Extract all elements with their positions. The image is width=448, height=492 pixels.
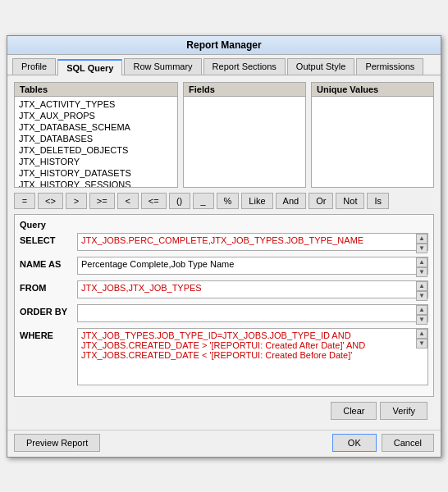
query-field-label: SELECT [20, 233, 77, 245]
tab-sql-query[interactable]: SQL Query [57, 59, 122, 75]
table-item[interactable]: JTX_HISTORY_SESSIONS [16, 179, 176, 187]
query-input-wrap: ▲▼ [77, 328, 428, 388]
content-area: Tables JTX_ACTIVITY_TYPESJTX_AUX_PROPSJT… [7, 75, 441, 430]
scroll-down[interactable]: ▼ [416, 339, 427, 348]
query-rows: SELECT▲▼NAME AS▲▼FROM▲▼ORDER BY▲▼WHERE▲▼ [20, 233, 428, 388]
query-field-label: ORDER BY [20, 304, 77, 317]
scroll-arrows: ▲▼ [416, 234, 427, 253]
operator-button-[interactable]: > [66, 193, 87, 209]
window-title: Report Manager [186, 39, 261, 51]
scroll-arrows: ▲▼ [416, 329, 427, 348]
table-item[interactable]: JTX_HISTORY_DATASETS [16, 167, 176, 179]
tab-bar: Profile SQL Query Row Summary Report Sec… [7, 55, 441, 75]
query-row-name-as: NAME AS▲▼ [20, 257, 428, 277]
operator-button-[interactable]: = [14, 193, 35, 209]
clear-verify-buttons: Clear Verify [331, 402, 427, 420]
unique-panel-title: Unique Values [312, 83, 433, 97]
scroll-down[interactable]: ▼ [416, 315, 427, 325]
scroll-up[interactable]: ▲ [416, 257, 427, 267]
title-bar: Report Manager [7, 36, 441, 55]
cancel-button[interactable]: Cancel [382, 434, 434, 452]
operator-button-[interactable]: >= [89, 193, 115, 209]
operator-button-like[interactable]: Like [241, 193, 272, 209]
table-item[interactable]: JTX_DATABASES [16, 133, 176, 144]
tab-output-style[interactable]: Output Style [287, 58, 355, 75]
query-row-order-by: ORDER BY▲▼ [20, 304, 428, 325]
tables-panel: Tables JTX_ACTIVITY_TYPESJTX_AUX_PROPSJT… [14, 82, 178, 188]
query-section-label: Query [20, 220, 428, 230]
fields-panel-title: Fields [184, 83, 305, 97]
verify-button[interactable]: Verify [380, 402, 427, 420]
table-item[interactable]: JTX_DELETED_OBJECTS [16, 144, 176, 156]
footer-bar: Preview Report OK Cancel [7, 430, 441, 457]
query-input-wrap: ▲▼ [77, 280, 428, 301]
query-input-order-by[interactable] [77, 304, 428, 322]
scroll-up[interactable]: ▲ [416, 234, 427, 244]
operator-button-[interactable]: <> [38, 193, 63, 209]
operators-row: =<>>>=<<=()_%LikeAndOrNotIs [14, 193, 434, 209]
operator-button-or[interactable]: Or [309, 193, 333, 209]
query-row-select: SELECT▲▼ [20, 233, 428, 253]
scroll-arrows: ▲▼ [416, 305, 427, 325]
scroll-arrows: ▲▼ [416, 281, 427, 301]
footer-right-buttons: OK Cancel [332, 434, 434, 452]
query-input-wrap: ▲▼ [77, 233, 428, 253]
scroll-arrows: ▲▼ [416, 257, 427, 277]
top-panels: Tables JTX_ACTIVITY_TYPESJTX_AUX_PROPSJT… [14, 82, 434, 188]
operator-button-[interactable]: () [169, 193, 190, 209]
query-input-wrap: ▲▼ [77, 257, 428, 277]
query-section: Query SELECT▲▼NAME AS▲▼FROM▲▼ORDER BY▲▼W… [14, 214, 434, 397]
clear-button[interactable]: Clear [331, 402, 377, 420]
query-textarea-where[interactable] [77, 328, 428, 385]
query-field-label: FROM [20, 280, 77, 293]
unique-list [312, 97, 433, 187]
tab-row-summary[interactable]: Row Summary [124, 58, 201, 75]
operator-button-[interactable]: <= [141, 193, 167, 209]
tab-profile[interactable]: Profile [12, 58, 56, 75]
operator-button-[interactable]: < [117, 193, 139, 209]
scroll-down[interactable]: ▼ [416, 244, 427, 253]
query-field-label: WHERE [20, 328, 77, 340]
operator-button-is[interactable]: Is [367, 193, 389, 209]
query-input-select[interactable] [77, 233, 428, 251]
scroll-down[interactable]: ▼ [416, 267, 427, 277]
tab-report-sections[interactable]: Report Sections [203, 58, 286, 75]
scroll-up[interactable]: ▲ [416, 281, 427, 291]
ok-button[interactable]: OK [332, 434, 377, 452]
fields-list [184, 97, 305, 187]
operator-button-not[interactable]: Not [336, 193, 364, 209]
scroll-up[interactable]: ▲ [416, 329, 427, 339]
bottom-bar: Clear Verify [14, 397, 434, 423]
table-item[interactable]: JTX_DATABASE_SCHEMA [16, 121, 176, 133]
fields-panel: Fields [183, 82, 306, 188]
scroll-down[interactable]: ▼ [416, 291, 427, 301]
query-row-from: FROM▲▼ [20, 280, 428, 301]
table-item[interactable]: JTX_ACTIVITY_TYPES [16, 98, 176, 110]
operator-button-and[interactable]: And [276, 193, 307, 209]
query-input-wrap: ▲▼ [77, 304, 428, 325]
unique-panel: Unique Values [311, 82, 434, 188]
main-window: Report Manager Profile SQL Query Row Sum… [7, 35, 441, 458]
table-item[interactable]: JTX_AUX_PROPS [16, 110, 176, 121]
query-row-where: WHERE▲▼ [20, 328, 428, 388]
operator-button-[interactable]: _ [193, 193, 214, 209]
tab-permissions[interactable]: Permissions [356, 58, 423, 75]
tables-list[interactable]: JTX_ACTIVITY_TYPESJTX_AUX_PROPSJTX_DATAB… [15, 97, 177, 187]
tables-panel-title: Tables [15, 83, 177, 97]
scroll-up[interactable]: ▲ [416, 305, 427, 315]
operator-button-[interactable]: % [217, 193, 240, 209]
table-item[interactable]: JTX_HISTORY [16, 156, 176, 167]
query-input-name-as[interactable] [77, 257, 428, 275]
query-field-label: NAME AS [20, 257, 77, 269]
preview-report-button[interactable]: Preview Report [14, 434, 100, 452]
query-input-from[interactable] [77, 280, 428, 298]
